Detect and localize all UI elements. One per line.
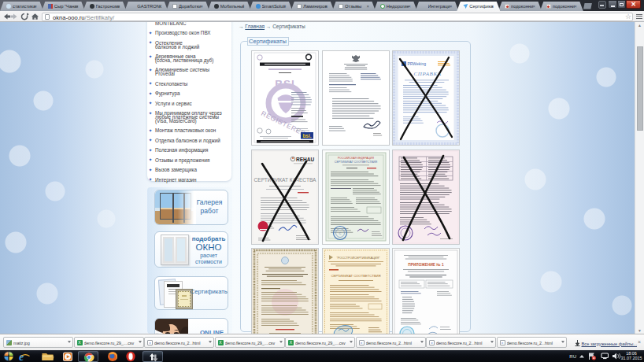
svg-text:bsi.: bsi. bbox=[302, 133, 311, 139]
svg-text:"РОССТРОЙСЕРТИФИКАЦИЯ": "РОССТРОЙСЕРТИФИКАЦИЯ" bbox=[336, 257, 380, 260]
svg-text:СЕРТИФИКАТ СООТВЕТСТВИЯ: СЕРТИФИКАТ СООТВЕТСТВИЯ bbox=[331, 274, 380, 278]
svg-text:PRWeking: PRWeking bbox=[408, 61, 427, 66]
svg-text:СЕРТИФИКАТ СООТВЕТСТВИЯ: СЕРТИФИКАТ СООТВЕТСТВИЯ bbox=[334, 160, 377, 163]
svg-text:СЕРТИФИКАТ КАЧЕСТВА: СЕРТИФИКАТ КАЧЕСТВА bbox=[254, 176, 316, 182]
svg-text:РОССИЙСКАЯ ФЕДЕРАЦИЯ: РОССИЙСКАЯ ФЕДЕРАЦИЯ bbox=[338, 156, 374, 159]
svg-text:С: С bbox=[339, 231, 341, 235]
svg-text:ПРИЛОЖЕНИЕ № 1: ПРИЛОЖЕНИЕ № 1 bbox=[408, 263, 444, 267]
